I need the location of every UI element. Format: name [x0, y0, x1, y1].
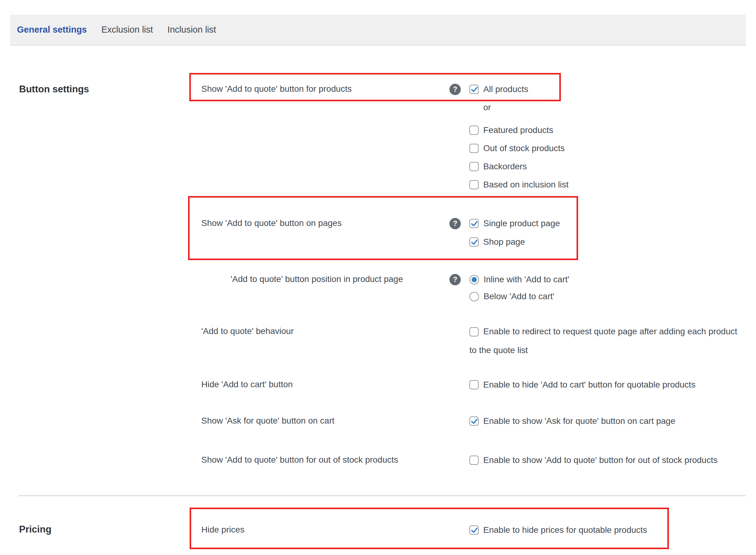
option-based-on-inclusion-list: Based on inclusion list: [469, 178, 569, 191]
option-ask-for-quote-cart: Enable to show 'Ask for quote' button on…: [469, 415, 675, 427]
option-label-hide-add-to-cart[interactable]: Enable to hide 'Add to cart' button for …: [483, 380, 696, 390]
option-out-of-stock-products: Out of stock products: [469, 142, 565, 155]
row-label-show-pages: Show 'Add to quote' button on pages: [201, 218, 342, 228]
checkbox-hide-add-to-cart[interactable]: [469, 380, 479, 389]
settings-page: General settings Exclusion list Inclusio…: [0, 0, 756, 555]
option-label-featured-products[interactable]: Featured products: [483, 125, 553, 135]
row-label-show-products: Show 'Add to quote' button for products: [201, 84, 352, 94]
tab-inclusion-list[interactable]: Inclusion list: [167, 25, 216, 35]
checkbox-based-on-inclusion-list[interactable]: [469, 180, 479, 189]
help-icon[interactable]: ?: [450, 84, 461, 95]
option-label-single-product-page[interactable]: Single product page: [483, 219, 560, 228]
option-featured-products: Featured products: [469, 124, 553, 136]
option-hide-prices: Enable to hide prices for quotable produ…: [469, 524, 647, 536]
section-divider: [18, 495, 746, 496]
checkbox-show-out-of-stock[interactable]: [469, 456, 479, 465]
option-label-ask-for-quote-cart[interactable]: Enable to show 'Ask for quote' button on…: [483, 416, 675, 426]
checkbox-redirect-behaviour[interactable]: [469, 327, 479, 336]
option-label-hide-prices[interactable]: Enable to hide prices for quotable produ…: [483, 525, 647, 535]
option-redirect-behaviour: Enable to redirect to request quote page…: [469, 322, 740, 359]
option-label-shop-page[interactable]: Shop page: [483, 237, 525, 247]
row-label-behaviour: 'Add to quote' behaviour: [201, 326, 294, 336]
option-label-all-products[interactable]: All products: [483, 84, 528, 94]
row-label-ask-for-quote-cart: Show 'Ask for quote' button on cart: [201, 416, 335, 426]
row-label-button-position: 'Add to quote' button position in produc…: [230, 274, 403, 284]
radio-inline-with-add-to-cart[interactable]: [469, 275, 479, 285]
tab-bar: General settings Exclusion list Inclusio…: [10, 15, 746, 46]
tab-exclusion-list[interactable]: Exclusion list: [101, 25, 153, 35]
checkbox-single-product-page[interactable]: [469, 219, 479, 228]
option-label-out-of-stock-products[interactable]: Out of stock products: [483, 143, 565, 153]
tab-general-settings[interactable]: General settings: [17, 25, 87, 35]
checkbox-all-products[interactable]: [469, 85, 479, 94]
checkbox-out-of-stock-products[interactable]: [469, 144, 479, 153]
option-label-based-on-inclusion-list[interactable]: Based on inclusion list: [483, 180, 569, 189]
help-icon[interactable]: ?: [450, 218, 461, 229]
option-single-product-page: Single product page: [469, 217, 560, 230]
option-label-inline-with-add-to-cart[interactable]: Inline with 'Add to cart': [484, 274, 569, 285]
option-below-add-to-cart: Below 'Add to cart': [469, 290, 554, 303]
option-label-show-out-of-stock[interactable]: Enable to show 'Add to quote' button for…: [483, 455, 717, 465]
option-show-out-of-stock: Enable to show 'Add to quote' button for…: [469, 454, 717, 466]
row-label-show-out-of-stock: Show 'Add to quote' button for out of st…: [201, 455, 398, 465]
radio-below-add-to-cart[interactable]: [469, 292, 479, 301]
option-label-backorders[interactable]: Backorders: [483, 162, 527, 171]
option-shop-page: Shop page: [469, 236, 525, 248]
checkbox-ask-for-quote-cart[interactable]: [469, 417, 479, 426]
or-text: or: [483, 102, 491, 112]
section-title-pricing: Pricing: [19, 524, 51, 535]
checkbox-backorders[interactable]: [469, 162, 479, 171]
row-label-hide-prices: Hide prices: [201, 525, 244, 535]
option-hide-add-to-cart: Enable to hide 'Add to cart' button for …: [469, 379, 696, 391]
row-label-hide-add-to-cart: Hide 'Add to cart' button: [201, 380, 293, 389]
option-backorders: Backorders: [469, 160, 527, 173]
option-label-below-add-to-cart[interactable]: Below 'Add to cart': [484, 292, 554, 301]
option-all-products: All products: [469, 83, 528, 95]
checkbox-featured-products[interactable]: [469, 126, 479, 135]
section-title-button-settings: Button settings: [19, 84, 89, 95]
option-label-redirect-behaviour[interactable]: Enable to redirect to request quote page…: [469, 327, 737, 355]
checkbox-hide-prices[interactable]: [469, 525, 479, 535]
checkbox-shop-page[interactable]: [469, 237, 479, 247]
help-icon[interactable]: ?: [450, 274, 461, 285]
option-inline-with-add-to-cart: Inline with 'Add to cart': [469, 273, 569, 286]
